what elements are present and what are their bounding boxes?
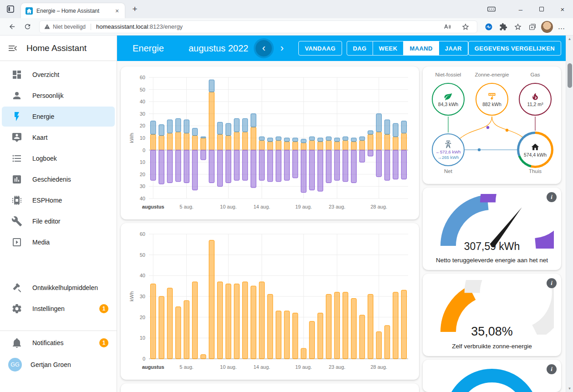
sidebar-item-label: ESPHome: [32, 197, 62, 204]
sidebar-menu: OverzichtPersoonlijkEnergieKaartLogboekG…: [0, 61, 117, 253]
view-dashboard-icon: [11, 69, 22, 80]
svg-text:10: 10: [140, 135, 145, 141]
refresh-button[interactable]: [20, 20, 35, 34]
sidebar-item-notificaties[interactable]: Notificaties 1: [2, 333, 115, 353]
next-period-button[interactable]: ›: [274, 40, 290, 56]
next-card-peek: [121, 383, 419, 392]
settings-menu-button[interactable]: …: [555, 20, 568, 34]
flash-icon: [11, 111, 22, 122]
leaf-icon: [444, 92, 453, 101]
read-aloud-button[interactable]: [440, 20, 454, 34]
sidebar-item-file-editor[interactable]: File editor: [2, 211, 115, 231]
tab-close-icon[interactable]: ×: [113, 7, 121, 15]
svg-text:40: 40: [140, 99, 145, 104]
menu-toggle-icon[interactable]: [7, 43, 18, 54]
svg-text:kWh: kWh: [129, 291, 134, 301]
app-title: Home Assistant: [26, 43, 87, 53]
titlebar-tool-icon[interactable]: [486, 4, 496, 14]
collections-icon[interactable]: [526, 20, 539, 34]
grid-node: ←572,6 kWh →265 kWh: [432, 133, 465, 166]
sidebar-user[interactable]: GG Gertjan Groen: [0, 354, 117, 376]
net-return-gauge-card: i 307,59 kWh Netto teruggeleverde energi…: [423, 188, 561, 270]
gauge-value: 307,59 kWh: [423, 240, 561, 253]
address-bar[interactable]: Niet beveiligd homeassistant.local:8123/…: [39, 20, 477, 33]
wrench-icon: [11, 216, 22, 227]
sidebar-item-instellingen[interactable]: Instellingen1: [2, 299, 115, 319]
sidebar-item-media[interactable]: Media: [2, 232, 115, 252]
tab-actions-button[interactable]: [0, 5, 21, 14]
svg-text:10 aug.: 10 aug.: [220, 364, 237, 370]
svg-text:10: 10: [140, 335, 145, 341]
back-button[interactable]: [5, 20, 19, 34]
sources-donut-peek: [430, 364, 554, 392]
minimize-button[interactable]: –: [510, 0, 531, 18]
scrollbar-thumb[interactable]: [568, 63, 572, 88]
solar-production-chart-card: 0102030405060augustus5 aug.10 aug.14 aug…: [121, 223, 419, 380]
favorites-icon[interactable]: [511, 20, 525, 34]
profile-photo: [541, 21, 553, 33]
main-panel: Energie augustus 2022 ‹ › VANDAAG DAGWEE…: [117, 36, 566, 392]
compare-data-button[interactable]: GEGEVENS VERGELIJKEN: [468, 41, 561, 56]
home-assistant-app: Home Assistant OverzichtPersoonlijkEnerg…: [0, 36, 573, 392]
tab-title: Energie – Home Assistant: [36, 8, 109, 14]
svg-text:10 aug.: 10 aug.: [220, 204, 237, 209]
svg-text:40: 40: [140, 273, 145, 278]
sidebar-item-label: Geschiedenis: [32, 176, 71, 183]
sidebar-item-persoonlijk[interactable]: Persoonlijk: [2, 86, 115, 106]
home-assistant-favicon: [26, 7, 33, 15]
sidebar-item-kaart[interactable]: Kaart: [2, 127, 115, 148]
sidebar: Home Assistant OverzichtPersoonlijkEnerg…: [0, 36, 117, 392]
sidebar-item-label: Kaart: [32, 134, 47, 141]
energy-sources-card-peek: i: [423, 360, 561, 392]
sidebar-item-esphome[interactable]: ESPHome: [2, 190, 115, 210]
gauge-value: 35,08%: [423, 325, 561, 339]
info-icon[interactable]: i: [547, 278, 557, 288]
scroll-down-icon[interactable]: ▼: [566, 385, 573, 392]
svg-text:5 aug.: 5 aug.: [179, 364, 194, 370]
sidebar-item-label: Media: [32, 239, 50, 246]
profile-avatar[interactable]: [540, 20, 554, 34]
more-icon: …: [558, 23, 566, 31]
svg-text:14 aug.: 14 aug.: [253, 204, 270, 209]
cog-icon: [11, 303, 22, 314]
solar-production-chart[interactable]: 0102030405060augustus5 aug.10 aug.14 aug…: [128, 230, 412, 372]
svg-text:19 aug.: 19 aug.: [295, 204, 312, 209]
sidebar-item-energie[interactable]: Energie: [2, 107, 115, 127]
bell-icon: [11, 337, 22, 348]
maximize-button[interactable]: [531, 0, 552, 18]
info-icon[interactable]: i: [547, 192, 557, 202]
browser-tab[interactable]: Energie – Home Assistant ×: [21, 3, 125, 18]
range-button-maand[interactable]: MAAND: [404, 41, 439, 56]
browser-essentials-icon[interactable]: [482, 20, 496, 34]
sidebar-footer: Notificaties 1 GG Gertjan Groen: [0, 331, 117, 378]
scroll-up-icon[interactable]: ▲: [566, 36, 573, 42]
info-icon[interactable]: i: [547, 364, 557, 374]
home-icon: [531, 143, 540, 152]
sidebar-item-label: Logboek: [32, 155, 57, 162]
sidebar-item-logboek[interactable]: Logboek: [2, 148, 115, 168]
hammer-icon: [11, 282, 22, 293]
fire-icon: [531, 92, 540, 101]
energy-usage-chart[interactable]: 403020100102030405060augustus5 aug.10 au…: [128, 74, 412, 212]
range-button-week[interactable]: WEEK: [373, 41, 404, 56]
grid-return-value: ←572,6 kWh: [436, 149, 461, 154]
today-button[interactable]: VANDAAG: [298, 41, 342, 56]
sidebar-item-overzicht[interactable]: Overzicht: [2, 65, 115, 85]
extensions-icon[interactable]: [496, 20, 510, 34]
sidebar-item-label: Overzicht: [32, 71, 59, 78]
scrollbar-track[interactable]: [566, 42, 573, 385]
solar-label: Zonne-energie: [469, 72, 515, 77]
range-button-jaar[interactable]: JAAR: [439, 41, 468, 56]
sidebar-item-label: Instellingen: [32, 305, 65, 312]
new-tab-button[interactable]: +: [128, 3, 141, 15]
sidebar-item-geschiedenis[interactable]: Geschiedenis: [2, 169, 115, 189]
play-box-icon: [11, 237, 22, 248]
sidebar-item-ontwikkelhulpmiddelen[interactable]: Ontwikkelhulpmiddelen: [2, 278, 115, 298]
range-button-dag[interactable]: DAG: [347, 41, 373, 56]
close-window-button[interactable]: ×: [552, 0, 573, 18]
solar-node: 882 kWh: [476, 83, 508, 116]
previous-period-button[interactable]: ‹: [256, 40, 272, 56]
transmission-tower-icon: [444, 140, 453, 149]
page-scrollbar[interactable]: ▲ ▼: [566, 36, 573, 392]
add-favorite-icon[interactable]: [459, 20, 472, 34]
